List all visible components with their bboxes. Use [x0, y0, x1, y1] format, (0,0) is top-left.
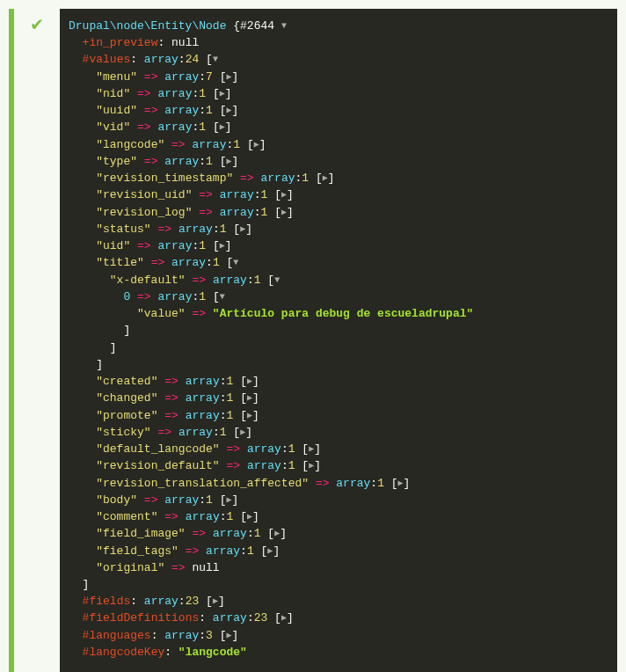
row-key: "revision_log" — [96, 206, 192, 219]
array-row: "revision_timestamp" => array:1 [▶] — [69, 170, 617, 186]
array-row: "revision_translation_affected" => array… — [69, 475, 617, 492]
row-key: "field_tags" — [96, 544, 178, 558]
row-key: "promote" — [96, 409, 157, 422]
row-key: "revision_default" — [96, 459, 219, 472]
toggle-expanded-icon[interactable]: ▼ — [274, 272, 280, 289]
row-value: "value" => "Artículo para debug de escue… — [69, 305, 617, 322]
values-rows-group: "menu" => array:7 [▶] "nid" => array:1 [… — [69, 69, 617, 255]
array-row: "default_langcode" => array:1 [▶] — [69, 441, 617, 457]
array-row: "menu" => array:7 [▶] — [69, 69, 617, 85]
row-key: "comment" — [96, 510, 157, 523]
prop-name: languages — [89, 629, 150, 642]
array-row: "type" => array:1 [▶] — [69, 153, 617, 170]
row-key: "sticky" — [96, 426, 150, 439]
prop-row: #fields: array:23 [▶] — [69, 593, 617, 610]
prop-values: #values: array:24 [▼ — [69, 51, 617, 68]
prop-in-preview: +in_preview: null — [69, 34, 617, 51]
close-bracket: ] — [69, 576, 617, 593]
row-original: "original" => null — [69, 559, 617, 576]
row-key: "revision_timestamp" — [96, 172, 233, 185]
row-key: "field_image" — [96, 527, 185, 540]
row-key: "default_langcode" — [96, 442, 219, 456]
row-key: "revision_uid" — [96, 189, 192, 202]
array-row: "comment" => array:1 [▶] — [69, 508, 617, 525]
check-icon: ✔ — [31, 12, 42, 36]
row-key: "uid" — [96, 239, 130, 252]
title-value-string: "Artículo para debug de escueladrupal" — [213, 307, 473, 320]
array-row: "created" => array:1 [▶] — [69, 373, 617, 390]
array-row: "field_tags" => array:1 [▶] — [69, 543, 617, 559]
array-row: "status" => array:1 [▶] — [69, 221, 617, 237]
array-row: "langcode" => array:1 [▶] — [69, 136, 617, 153]
row-title: "title" => array:1 [▼ — [69, 254, 617, 271]
array-row: "revision_default" => array:1 [▶] — [69, 457, 617, 474]
array-row: "nid" => array:1 [▶] — [69, 85, 617, 102]
prop-row: #fieldDefinitions: array:23 [▶] — [69, 610, 617, 626]
toggle-expanded-icon[interactable]: ▼ — [213, 51, 218, 68]
footer-props-group: #fields: array:23 [▶] #fieldDefinitions:… — [69, 593, 617, 644]
array-row: "changed" => array:1 [▶] — [69, 390, 617, 406]
array-row: "uuid" => array:1 [▶] — [69, 102, 617, 119]
prop-row: #languages: array:3 [▶] — [69, 627, 617, 644]
row-key: "status" — [96, 223, 150, 236]
toggle-expanded-icon[interactable]: ▼ — [233, 254, 238, 271]
row-key: "vid" — [96, 121, 130, 135]
prop-name: fields — [89, 595, 130, 608]
row-key: "changed" — [96, 391, 157, 405]
code-panel[interactable]: Drupal\node\Entity\Node {#2644 ▼ +in_pre… — [60, 9, 617, 672]
close-bracket: ] — [69, 356, 617, 373]
toggle-expanded-icon[interactable]: ▼ — [281, 18, 287, 34]
row-key: "revision_translation_affected" — [96, 477, 309, 490]
row-key: "menu" — [96, 70, 137, 84]
object-hash: #2644 — [240, 19, 274, 33]
prop-name: fieldDefinitions — [89, 611, 199, 625]
row-key: "type" — [96, 155, 137, 168]
array-row: "revision_uid" => array:1 [▶] — [69, 186, 617, 203]
array-row: "promote" => array:1 [▶] — [69, 407, 617, 424]
array-row: "body" => array:1 [▶] — [69, 492, 617, 508]
array-row: "field_image" => array:1 [▶] — [69, 525, 617, 542]
values-rows-group-2: "created" => array:1 [▶] "changed" => ar… — [69, 373, 617, 559]
class-name: Drupal\node\Entity\Node — [69, 19, 226, 33]
array-row: "uid" => array:1 [▶] — [69, 237, 617, 254]
row-key: "langcode" — [96, 138, 164, 151]
toggle-expanded-icon[interactable]: ▼ — [220, 289, 225, 305]
row-key: "nid" — [96, 87, 130, 100]
row-zero: 0 => array:1 [▼ — [69, 289, 617, 305]
prop-langcode-key: #langcodeKey: "langcode" — [69, 644, 617, 661]
row-key: "uuid" — [96, 104, 137, 117]
array-row: "revision_log" => array:1 [▶] — [69, 204, 617, 221]
row-key: "body" — [96, 493, 137, 507]
close-bracket: ] — [69, 322, 617, 339]
close-bracket: ] — [69, 340, 617, 356]
array-row: "sticky" => array:1 [▶] — [69, 424, 617, 441]
row-xdefault: "x-default" => array:1 [▼ — [69, 272, 617, 289]
array-row: "vid" => array:1 [▶] — [69, 119, 617, 135]
class-header-line: Drupal\node\Entity\Node {#2644 ▼ — [69, 18, 617, 34]
row-key: "created" — [96, 375, 157, 388]
status-check-area: ✔ — [14, 9, 60, 672]
dump-container: ✔ Drupal\node\Entity\Node {#2644 ▼ +in_p… — [9, 9, 617, 672]
